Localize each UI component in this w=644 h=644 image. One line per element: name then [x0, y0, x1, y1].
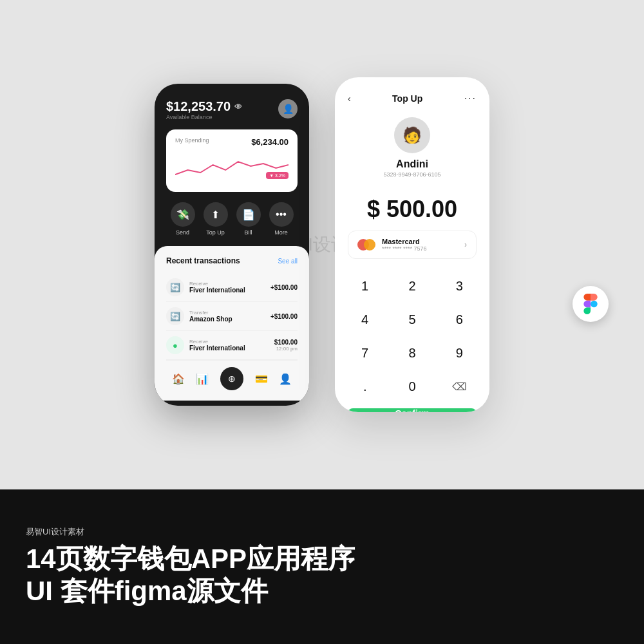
recent-title: Recent transactions: [166, 256, 240, 265]
tx-amount-2: $100.00: [274, 339, 298, 346]
send-icon: 💸: [171, 202, 195, 227]
confirm-button[interactable]: Confirm: [348, 408, 477, 412]
tx-name-0: Fiver International: [189, 287, 265, 294]
tx-icon-1: 🔄: [166, 307, 184, 325]
recipient-name: Andini: [396, 158, 428, 170]
chevron-right-icon: ›: [464, 240, 467, 249]
tx-time-2: 12:00 pm: [274, 346, 298, 352]
action-buttons: 💸 Send ⬆ Top Up 📄 Bill ••• More: [166, 202, 298, 236]
spending-card: My Spending $6,234.00 ▼ 3.2%: [166, 129, 298, 192]
phone-dark: $12,253.70 👁 Available Balance 👤 My Spen…: [155, 84, 309, 406]
main-area: 易智UI设计素材 $12,253.70 👁 Available Balance …: [0, 0, 644, 489]
bill-button[interactable]: 📄 Bill: [236, 202, 261, 236]
tx-type-1: Transfer: [189, 310, 265, 316]
topup-title: Top Up: [392, 93, 422, 104]
bottom-nav: 🏠 📊 ⊕ 💳 👤: [166, 360, 298, 390]
profile-nav-icon[interactable]: 👤: [279, 373, 292, 385]
home-nav-icon[interactable]: 🏠: [172, 373, 185, 385]
see-all-link[interactable]: See all: [278, 258, 298, 265]
key-1[interactable]: 1: [341, 269, 388, 303]
key-8[interactable]: 8: [388, 336, 435, 370]
recipient-section: 🧑 Andini 5328-9949-8706-6105: [335, 112, 489, 188]
tx-icon-2: ●: [166, 336, 184, 354]
change-badge: ▼ 3.2%: [266, 172, 289, 179]
payment-number: **** **** **** 7576: [382, 245, 458, 252]
numpad: 1 2 3 4 5 6 7 8 9 . 0 ⌫: [335, 269, 489, 403]
key-3[interactable]: 3: [436, 269, 483, 303]
bottom-banner: 易智UI设计素材 14页数字钱包APP应用程序 UI 套件figma源文件: [0, 489, 644, 644]
tx-icon-0: 🔄: [166, 278, 184, 296]
bill-icon: 📄: [236, 202, 261, 227]
tx-amount-1: +$100.00: [270, 313, 298, 320]
key-backspace[interactable]: ⌫: [436, 370, 483, 403]
balance-amount: $12,253.70 👁: [166, 99, 242, 114]
card-nav-icon[interactable]: 💳: [255, 373, 268, 385]
chart-nav-icon[interactable]: 📊: [196, 373, 209, 385]
transaction-item: ● Receive Fiver International $100.00 12…: [166, 331, 298, 360]
scan-nav-button[interactable]: ⊕: [220, 367, 243, 390]
recipient-avatar: 🧑: [394, 117, 430, 153]
key-7[interactable]: 7: [341, 336, 388, 370]
key-0[interactable]: 0: [388, 370, 435, 403]
key-dot[interactable]: .: [341, 370, 388, 403]
key-9[interactable]: 9: [436, 336, 483, 370]
more-button[interactable]: ••• More: [269, 202, 294, 236]
user-avatar: 👤: [278, 99, 298, 118]
send-button[interactable]: 💸 Send: [171, 202, 195, 236]
transaction-item: 🔄 Receive Fiver International +$100.00: [166, 273, 298, 302]
tx-amount-0: +$100.00: [270, 284, 298, 291]
banner-subtitle: 易智UI设计素材: [26, 526, 84, 538]
more-icon: •••: [269, 202, 294, 227]
back-button[interactable]: ‹: [348, 93, 351, 104]
key-6[interactable]: 6: [436, 303, 483, 336]
payment-method[interactable]: Mastercard **** **** **** 7576 ›: [348, 231, 477, 259]
tx-name-2: Fiver International: [189, 345, 269, 352]
more-options-button[interactable]: ···: [464, 93, 477, 104]
tx-name-1: Amazon Shop: [189, 316, 265, 323]
key-2[interactable]: 2: [388, 269, 435, 303]
spending-amount: $6,234.00: [251, 137, 289, 147]
transactions-section: Recent transactions See all 🔄 Receive Fi…: [155, 246, 309, 401]
key-5[interactable]: 5: [388, 303, 435, 336]
spending-label: My Spending: [175, 137, 209, 147]
topup-icon: ⬆: [204, 202, 228, 227]
topup-header: ‹ Top Up ···: [335, 77, 489, 112]
topup-amount: $ 500.00: [335, 188, 489, 231]
spending-chart: ▼ 3.2%: [175, 152, 289, 184]
banner-title: 14页数字钱包APP应用程序 UI 套件figma源文件: [26, 543, 355, 608]
key-4[interactable]: 4: [341, 303, 388, 336]
tx-type-0: Receive: [189, 281, 265, 287]
transaction-item: 🔄 Transfer Amazon Shop +$100.00: [166, 302, 298, 331]
figma-badge: [573, 286, 609, 322]
topup-button[interactable]: ⬆ Top Up: [204, 202, 228, 236]
payment-name: Mastercard: [382, 238, 458, 245]
eye-icon: 👁: [234, 102, 242, 111]
available-label: Available Balance: [166, 114, 242, 120]
phone-light: ‹ Top Up ··· 🧑 Andini 5328-9949-8706-610…: [335, 77, 489, 412]
tx-type-2: Receive: [189, 339, 269, 345]
mastercard-icon: [357, 239, 375, 251]
recipient-card-number: 5328-9949-8706-6105: [383, 171, 440, 178]
